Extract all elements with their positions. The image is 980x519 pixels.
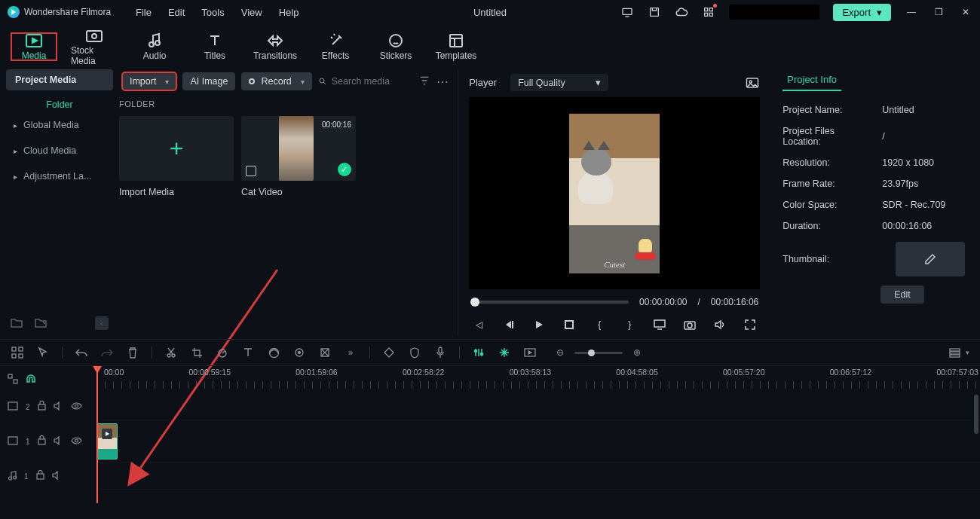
marker-diamond-button[interactable] [382,346,396,359]
green-screen-button[interactable] [318,346,332,359]
step-back-button[interactable] [502,318,516,331]
preview-viewport[interactable]: Cutest [469,97,760,289]
menu-tools[interactable]: Tools [201,7,224,18]
tab-transitions[interactable]: Transitions [252,32,299,61]
redo-button[interactable] [100,346,114,359]
media-search-input[interactable] [332,76,413,87]
mute-icon[interactable] [54,401,63,413]
zoom-in-button[interactable]: ⊕ [630,346,644,359]
track-video-1[interactable] [96,420,980,463]
tab-templates[interactable]: Templates [433,32,479,61]
minimize-button[interactable]: — [905,7,918,17]
fullscreen-button[interactable] [743,318,757,331]
record-button[interactable]: Record [241,72,311,90]
mark-in-button[interactable]: { [593,318,606,331]
media-clip-cat-video[interactable]: 00:00:16 ✓ Cat Video [241,116,356,197]
menu-help[interactable]: Help [279,7,299,18]
voiceover-button[interactable] [433,346,447,359]
maximize-button[interactable]: ❐ [932,7,945,17]
mark-out-button[interactable]: } [623,318,636,331]
folder-link[interactable]: Folder [6,99,113,110]
crop-button[interactable] [190,346,204,359]
thumbnail-edit-button[interactable] [896,242,965,276]
undo-button[interactable] [75,346,88,359]
save-icon[interactable] [648,5,661,19]
track-view-button[interactable] [948,346,961,359]
mute-icon[interactable] [54,436,63,447]
track-view-dropdown[interactable]: ▾ [966,349,969,356]
layout-icon[interactable] [11,346,24,359]
prev-frame-button[interactable]: ◁ [472,318,485,331]
split-button[interactable] [164,346,178,359]
lock-icon[interactable] [36,470,44,482]
zoom-knob[interactable] [588,350,595,356]
tab-stickers[interactable]: Stickers [372,32,419,61]
export-button[interactable]: Export▾ [833,4,891,21]
more-tools-button[interactable]: » [344,346,357,359]
menu-edit[interactable]: Edit [168,7,185,18]
tab-media[interactable]: Media [11,32,57,61]
track-audio-1[interactable] [96,463,980,490]
marker-shield-button[interactable] [408,346,421,359]
menu-view[interactable]: View [241,7,262,18]
mute-icon[interactable] [52,471,62,482]
visibility-icon[interactable] [71,436,82,447]
import-media-tile[interactable]: + Import Media [119,116,234,197]
track-head-video-2[interactable]: 2 [0,393,96,420]
speed-button[interactable] [216,346,229,359]
keyframe-button[interactable] [292,346,306,359]
sidebar-item-global-media[interactable]: Global Media [6,114,113,136]
ai-image-button[interactable]: AI Image [182,72,235,90]
sidebar-item-adjustment-layer[interactable]: Adjustment La... [6,166,113,187]
collapse-sidebar-button[interactable]: ‹ [95,316,109,330]
tab-effects[interactable]: Effects [312,32,359,61]
color-button[interactable] [267,346,280,359]
track-video-2[interactable] [96,393,980,420]
volume-button[interactable] [713,318,727,331]
media-search[interactable] [318,76,413,87]
playhead[interactable] [96,366,98,503]
timeline-clip[interactable] [96,423,118,459]
lock-icon[interactable] [38,401,46,413]
time-ruler[interactable]: 00:00 00:00:59:15 00:01:59:06 00:02:58:2… [96,366,980,393]
zoom-out-button[interactable]: ⊖ [553,346,567,359]
render-preview-button[interactable] [523,346,537,359]
play-button[interactable] [532,318,546,331]
seek-knob[interactable] [470,298,479,307]
auto-ripple-button[interactable] [498,346,511,359]
timeline-settings-icon[interactable] [8,374,18,386]
audio-mixer-button[interactable] [472,346,485,359]
snapshot-icon[interactable] [745,75,760,90]
tab-titles[interactable]: Titles [191,32,238,61]
zoom-slider[interactable] [574,352,623,354]
delete-button[interactable] [126,346,139,359]
timeline-scrollbar[interactable] [974,395,978,434]
tab-stock-media[interactable]: Stock Media [71,27,118,66]
cursor-mode-icon[interactable] [36,346,50,359]
menu-file[interactable]: File [136,7,152,18]
apps-icon[interactable] [702,5,715,19]
visibility-icon[interactable] [71,401,82,412]
cloud-icon[interactable] [675,5,688,19]
timeline-tracks[interactable]: 00:00 00:00:59:15 00:01:59:06 00:02:58:2… [96,366,980,503]
tab-audio[interactable]: Audio [131,32,178,61]
display-button[interactable] [653,318,666,331]
new-bin-icon[interactable] [35,317,47,330]
text-button[interactable] [241,346,255,359]
seek-bar[interactable] [470,301,629,304]
lock-icon[interactable] [38,435,46,447]
camera-button[interactable] [683,318,697,331]
track-head-audio-1[interactable]: 1 [0,463,96,490]
more-icon[interactable]: ⋯ [436,75,449,89]
account-area[interactable] [729,5,819,20]
magnet-toggle-icon[interactable] [26,374,36,386]
sidebar-item-cloud-media[interactable]: Cloud Media [6,140,113,161]
new-folder-icon[interactable] [11,317,23,330]
stop-button[interactable] [562,318,576,331]
tab-project-info[interactable]: Project Info [782,69,841,91]
filter-icon[interactable] [418,75,430,89]
import-button[interactable]: Import [122,72,176,90]
close-button[interactable]: ✕ [959,7,972,17]
track-head-video-1[interactable]: 1 [0,420,96,463]
edit-button[interactable]: Edit [880,285,924,304]
